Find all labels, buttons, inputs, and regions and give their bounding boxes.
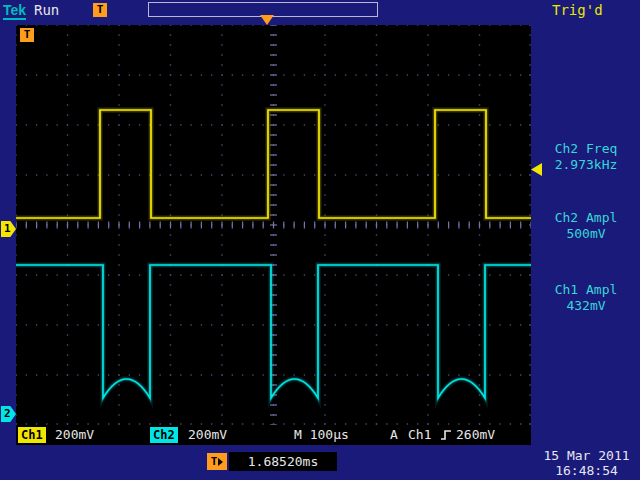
acquisition-status: Run bbox=[34, 2, 59, 18]
rising-edge-icon bbox=[440, 428, 452, 442]
ch1-scale-readout: 200mV bbox=[55, 427, 94, 443]
trigger-marker-badge: T bbox=[20, 28, 34, 42]
tek-logo: Tek bbox=[3, 2, 26, 20]
trigger-t-badge: T bbox=[93, 3, 107, 17]
trigger-status: Trig'd bbox=[552, 2, 603, 18]
trigger-position-arrow-icon bbox=[260, 15, 274, 25]
datetime: 15 Mar 2011 16:48:54 bbox=[535, 448, 638, 478]
trigger-level-readout: 260mV bbox=[456, 427, 495, 443]
measurement-value: 500mV bbox=[533, 226, 639, 242]
trigger-delay-badge: T bbox=[207, 453, 227, 470]
readout-bar: Ch1 200mV Ch2 200mV M 100µs A Ch1 260mV bbox=[16, 425, 531, 445]
measurement-label: Ch2 Freq bbox=[533, 141, 639, 157]
trigger-time-readout: T 1.68520ms bbox=[207, 452, 337, 471]
arrow-right-icon bbox=[218, 458, 223, 466]
ch2-scale-readout: 200mV bbox=[188, 427, 227, 443]
trigger-source-readout: Ch1 bbox=[408, 427, 431, 443]
oscilloscope-display: Tek Run T Trig'd T Ch1 200mV Ch2 200mV M… bbox=[0, 0, 640, 480]
measurement-ch1-ampl: Ch1 Ampl 432mV bbox=[533, 282, 639, 314]
date-label: 15 Mar 2011 bbox=[535, 448, 638, 463]
measurement-ch2-ampl: Ch2 Ampl 500mV bbox=[533, 210, 639, 242]
message-box bbox=[148, 2, 378, 17]
scope-canvas bbox=[16, 25, 531, 425]
measurement-value: 432mV bbox=[533, 298, 639, 314]
measurement-ch2-freq: Ch2 Freq 2.973kHz bbox=[533, 141, 639, 173]
ch2-label-badge: Ch2 bbox=[150, 427, 178, 443]
ch2-ground-marker: 2 bbox=[1, 406, 16, 422]
time-label: 16:48:54 bbox=[535, 463, 638, 478]
ch1-ground-marker: 1 bbox=[1, 221, 16, 237]
ch1-label-badge: Ch1 bbox=[18, 427, 46, 443]
measurement-label: Ch1 Ampl bbox=[533, 282, 639, 298]
measurement-value: 2.973kHz bbox=[533, 157, 639, 173]
scope-screen: T Ch1 200mV Ch2 200mV M 100µs A Ch1 260m… bbox=[16, 25, 531, 445]
timebase-readout: M 100µs bbox=[294, 427, 349, 443]
measurement-label: Ch2 Ampl bbox=[533, 210, 639, 226]
trigger-delay-t-label: T bbox=[211, 453, 218, 470]
trigger-delay-value: 1.68520ms bbox=[229, 452, 337, 471]
trigger-acq-readout: A bbox=[390, 427, 398, 443]
